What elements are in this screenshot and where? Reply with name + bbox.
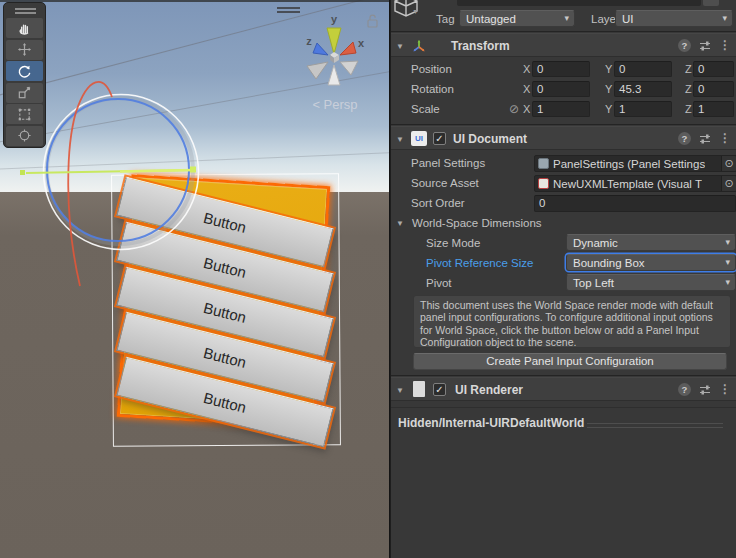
move-icon — [17, 42, 32, 57]
axis-y-cone[interactable] — [327, 28, 341, 54]
presets-icon[interactable] — [699, 40, 711, 52]
ui-renderer-component-icon — [413, 381, 425, 397]
rotation-y-field[interactable]: 45.3 — [614, 81, 672, 97]
pivot-dropdown[interactable]: Top Left ▾ — [566, 274, 736, 291]
axis-neg-cone[interactable] — [307, 62, 328, 79]
material-shader-name: Hidden/Internal-UIRDefaultWorld — [398, 416, 584, 430]
pivot-reference-size-dropdown[interactable]: Bounding Box ▾ — [566, 254, 736, 271]
axis-x-cone[interactable] — [340, 42, 356, 55]
panel-settings-label: Panel Settings — [411, 157, 485, 169]
foldout-icon[interactable]: ▼ — [396, 386, 404, 395]
sort-order-label: Sort Order — [411, 197, 465, 209]
move-tool-button[interactable] — [6, 40, 43, 60]
world-space-help-box: This document uses the World Space rende… — [413, 295, 731, 348]
size-mode-dropdown[interactable]: Dynamic ▾ — [566, 234, 736, 251]
position-label: Position — [411, 63, 452, 75]
object-picker-icon[interactable]: ⊙ — [721, 156, 736, 171]
help-icon[interactable]: ? — [678, 132, 691, 145]
panel-settings-object-field[interactable]: PanelSettings (Panel Settings ⊙ — [534, 155, 736, 172]
visual-tree-asset-icon — [538, 178, 549, 189]
foldout-icon[interactable]: ▼ — [396, 42, 404, 51]
position-y-field[interactable]: 0 — [614, 61, 672, 77]
axis-neg-cone[interactable] — [340, 61, 358, 75]
rect-tool-button[interactable] — [6, 104, 43, 124]
transform-tool-button[interactable] — [6, 126, 43, 146]
ui-document-enabled-checkbox[interactable]: ✓ — [433, 132, 446, 145]
scale-tool-button[interactable] — [6, 83, 43, 103]
chevron-down-icon: ▾ — [725, 257, 730, 267]
axis-neg-cone[interactable] — [328, 65, 340, 85]
link-broken-icon[interactable]: ⊘ — [509, 102, 519, 116]
create-panel-input-configuration-button[interactable]: Create Panel Input Configuration — [413, 353, 727, 370]
help-icon[interactable]: ? — [678, 39, 691, 52]
presets-icon[interactable] — [699, 384, 711, 396]
tag-dropdown[interactable]: Untagged ▾ — [459, 10, 575, 27]
pivot-label: Pivot — [426, 277, 452, 289]
chevron-down-icon: ▾ — [725, 277, 730, 287]
rotate-tool-button[interactable] — [6, 61, 43, 81]
source-asset-object-field[interactable]: NewUXMLTemplate (Visual T ⊙ — [534, 175, 736, 192]
kebab-menu-icon[interactable]: ⋮ — [719, 39, 731, 52]
ui-document-header[interactable]: ▼ UI ✓ UI Document ? ⋮ — [391, 126, 736, 150]
position-z-field[interactable]: 0 — [693, 61, 734, 77]
rotation-x-field[interactable]: 0 — [532, 81, 590, 97]
kebab-menu-icon[interactable]: ⋮ — [719, 383, 731, 396]
source-asset-label: Source Asset — [411, 177, 479, 189]
transform-component-icon — [411, 38, 427, 54]
hand-icon — [17, 21, 32, 36]
sort-order-field[interactable]: 0 — [534, 195, 736, 212]
unity-editor: Button Button Button Button Button — [0, 0, 736, 558]
rotation-z-field[interactable]: 0 — [693, 81, 734, 97]
presets-icon[interactable] — [699, 133, 711, 145]
layer-dropdown[interactable]: UI ▾ — [615, 10, 733, 27]
axis-z-cone[interactable] — [313, 43, 328, 55]
hand-tool-button[interactable] — [6, 18, 43, 38]
orientation-gizmo[interactable]: y z x < Persp — [290, 4, 390, 118]
gameobject-name-field[interactable] — [457, 0, 701, 6]
scale-x-field[interactable]: 1 — [532, 101, 590, 117]
scale-z-field[interactable]: 1 — [693, 101, 734, 117]
inspector-panel: ▼ Tag Untagged ▾ Layer UI ▾ ▼ Transform … — [390, 0, 736, 558]
rotate-icon — [17, 64, 32, 79]
scale-y-field[interactable]: 1 — [614, 101, 672, 117]
axis-x-label: x — [358, 37, 365, 49]
size-mode-label: Size Mode — [426, 237, 480, 249]
ui-document-component-icon: UI — [411, 131, 427, 146]
gameobject-icon-dropdown[interactable]: ▼ — [412, 8, 419, 15]
foldout-icon[interactable]: ▼ — [396, 135, 404, 144]
scene-view[interactable]: Button Button Button Button Button — [0, 0, 390, 558]
ui-renderer-header[interactable]: ▼ ✓ UI Renderer ? ⋮ — [391, 377, 736, 401]
world-space-dimensions-foldout[interactable]: World-Space Dimensions — [412, 217, 542, 229]
overlay-drag-handle[interactable] — [15, 8, 36, 15]
perspective-toggle[interactable]: < Persp — [312, 97, 357, 112]
lock-icon[interactable] — [368, 15, 377, 27]
position-x-field[interactable]: 0 — [532, 61, 590, 77]
transform-header[interactable]: ▼ Transform ? ⋮ — [391, 33, 736, 57]
tag-label: Tag — [436, 13, 455, 25]
rotation-label: Rotation — [411, 83, 454, 95]
kebab-menu-icon[interactable]: ⋮ — [719, 132, 731, 145]
panel-settings-asset-icon — [538, 158, 549, 169]
material-divider-line — [587, 423, 723, 424]
chevron-down-icon: ▾ — [725, 237, 730, 247]
static-button[interactable] — [703, 0, 719, 6]
scene-top-edge — [0, 0, 390, 2]
chevron-down-icon: ▾ — [564, 13, 569, 23]
chevron-down-icon: ▾ — [722, 13, 727, 23]
scale-icon — [17, 85, 32, 100]
axis-y-label: y — [331, 13, 338, 25]
transform-icon — [17, 128, 32, 143]
scale-label: Scale — [411, 103, 440, 115]
pivot-reference-size-label: Pivot Reference Size — [426, 257, 533, 269]
axis-z-label: z — [306, 35, 312, 47]
rect-icon — [17, 107, 32, 122]
scene-tools-overlay[interactable] — [3, 2, 46, 148]
help-icon[interactable]: ? — [678, 383, 691, 396]
object-picker-icon[interactable]: ⊙ — [721, 176, 736, 191]
foldout-icon[interactable]: ▼ — [396, 219, 404, 228]
ui-renderer-enabled-checkbox[interactable]: ✓ — [433, 383, 446, 396]
material-divider-line — [587, 427, 723, 428]
